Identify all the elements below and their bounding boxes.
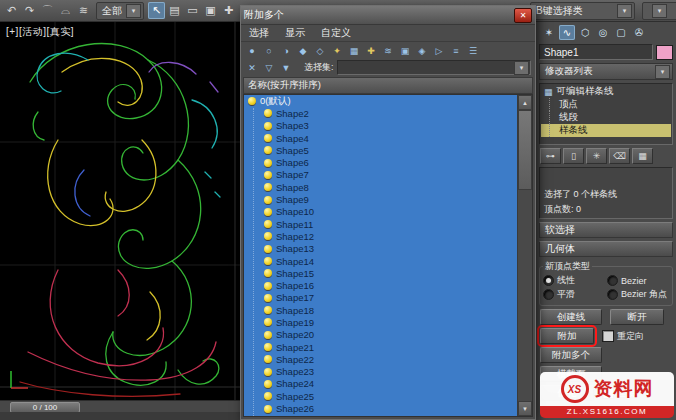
list-item[interactable]: Shape2 — [244, 107, 517, 119]
radio-smooth[interactable]: 平滑 — [543, 288, 605, 301]
attach-multiple-button[interactable]: 附加多个 — [540, 347, 602, 363]
menu-item[interactable]: 自定义 — [313, 26, 359, 40]
unlink-selection-icon[interactable]: ⌓ — [57, 2, 74, 19]
list-item[interactable]: Shape24 — [244, 378, 517, 390]
scrollbar-thumb[interactable] — [518, 110, 532, 190]
list-item-root[interactable]: 0(默认) — [244, 95, 517, 107]
create-line-button[interactable]: 创建线 — [540, 309, 602, 325]
display-lights-icon[interactable]: ✦ — [330, 44, 344, 58]
list-item[interactable]: Shape5 — [244, 144, 517, 156]
display-cameras-icon[interactable]: ▦ — [347, 44, 361, 58]
list-item[interactable]: Shape9 — [244, 193, 517, 205]
tab-motion[interactable]: ◎ — [595, 25, 611, 40]
list-sort-header[interactable]: 名称(按升序排序) — [243, 77, 533, 94]
attach-button[interactable]: 附加 — [540, 328, 594, 344]
list-item[interactable]: Shape4 — [244, 132, 517, 144]
rollout-soft-selection[interactable]: 软选择 — [539, 222, 673, 238]
break-button[interactable]: 断开 — [610, 309, 664, 325]
radio-linear[interactable]: 线性 — [543, 274, 605, 287]
list-item[interactable]: Shape14 — [244, 255, 517, 267]
display-helpers-icon[interactable]: ✚ — [364, 44, 378, 58]
filter-combinations-icon[interactable]: ▼ — [279, 61, 293, 75]
radio-bezier[interactable]: Bezier — [607, 274, 669, 287]
redo-icon[interactable]: ↷ — [21, 2, 38, 19]
stack-item-vertex[interactable]: 顶点 — [541, 98, 671, 111]
list-item[interactable]: Shape13 — [244, 243, 517, 255]
display-invert-icon[interactable]: ◑ — [279, 44, 293, 58]
stack-item-segment[interactable]: 线段 — [541, 111, 671, 124]
tab-create[interactable]: ✶ — [541, 25, 557, 40]
secondary-dropdown[interactable]: ▾ — [642, 2, 676, 20]
make-unique-icon[interactable]: ✳ — [586, 148, 607, 164]
filter-icon[interactable]: ▽ — [262, 61, 276, 75]
object-name-field[interactable]: Shape1 — [539, 44, 653, 60]
undo-icon[interactable]: ↶ — [3, 2, 20, 19]
named-selection-sets-dropdown[interactable]: B键选择类 ▾ — [530, 2, 635, 20]
list-item[interactable]: Shape18 — [244, 304, 517, 316]
menu-item[interactable]: 显示 — [277, 26, 313, 40]
select-object-icon[interactable]: ↖ — [148, 2, 165, 19]
display-space-warps-icon[interactable]: ≋ — [381, 44, 395, 58]
select-none-icon[interactable]: ✕ — [245, 61, 259, 75]
list-item[interactable]: Shape23 — [244, 366, 517, 378]
list-item[interactable]: Shape19 — [244, 316, 517, 328]
list-view-icon[interactable]: ≡ — [449, 44, 463, 58]
selection-set-dropdown[interactable]: ▾ — [337, 60, 531, 75]
list-item[interactable]: Shape8 — [244, 181, 517, 193]
selection-filter-dropdown[interactable]: 全部 ▾ — [96, 2, 144, 20]
select-by-name-icon[interactable]: ▤ — [166, 2, 183, 19]
select-and-link-icon[interactable]: ⌒ — [39, 2, 56, 19]
window-crossing-icon[interactable]: ▣ — [202, 2, 219, 19]
rectangular-selection-region-icon[interactable]: ▭ — [184, 2, 201, 19]
display-geometry-icon[interactable]: ◆ — [296, 44, 310, 58]
display-none-icon[interactable]: ○ — [262, 44, 276, 58]
list-item[interactable]: Shape10 — [244, 206, 517, 218]
list-item[interactable]: Shape16 — [244, 279, 517, 291]
list-item-label: Shape9 — [276, 194, 309, 205]
list-item[interactable]: Shape22 — [244, 353, 517, 365]
tab-modify[interactable]: ∿ — [559, 25, 575, 40]
display-all-icon[interactable]: ● — [245, 44, 259, 58]
bind-to-space-warp-icon[interactable]: ≋ — [75, 2, 92, 19]
remove-modifier-icon[interactable]: ⌫ — [609, 148, 630, 164]
list-item[interactable]: Shape27 — [244, 415, 517, 416]
menu-item[interactable]: 选择 — [241, 26, 277, 40]
object-color-swatch[interactable] — [656, 45, 673, 60]
list-item[interactable]: Shape26 — [244, 402, 517, 414]
list-item[interactable]: Shape17 — [244, 292, 517, 304]
tree-view-icon[interactable]: ☰ — [466, 44, 480, 58]
list-item[interactable]: Shape6 — [244, 156, 517, 168]
stack-item-spline[interactable]: 样条线 — [541, 124, 671, 137]
list-scrollbar[interactable]: ▲ ▼ — [517, 95, 532, 416]
display-groups-icon[interactable]: ▣ — [398, 44, 412, 58]
display-xrefs-icon[interactable]: ◈ — [415, 44, 429, 58]
list-item[interactable]: Shape12 — [244, 230, 517, 242]
tab-display[interactable]: ▢ — [613, 25, 629, 40]
tab-hierarchy[interactable]: ⬡ — [577, 25, 593, 40]
modifier-list-dropdown[interactable]: 修改器列表 ▾ — [539, 63, 673, 80]
list-item[interactable]: Shape15 — [244, 267, 517, 279]
dialog-titlebar[interactable]: 附加多个 ✕ — [241, 6, 535, 25]
list-item[interactable]: Shape20 — [244, 329, 517, 341]
list-item[interactable]: Shape11 — [244, 218, 517, 230]
rollout-geometry[interactable]: 几何体 — [539, 241, 673, 257]
radio-bezier-corner[interactable]: Bezier 角点 — [607, 288, 669, 301]
display-bones-icon[interactable]: ▷ — [432, 44, 446, 58]
list-item[interactable]: Shape25 — [244, 390, 517, 402]
list-item[interactable]: Shape21 — [244, 341, 517, 353]
close-icon[interactable]: ✕ — [514, 8, 532, 23]
pin-stack-icon[interactable]: ⊶ — [540, 148, 561, 164]
show-end-result-icon[interactable]: ▯ — [563, 148, 584, 164]
select-and-move-icon[interactable]: ✚ — [220, 2, 237, 19]
stack-item-editable-spline[interactable]: ▦ 可编辑样条线 — [541, 85, 671, 98]
tab-utilities[interactable]: ✇ — [631, 25, 647, 40]
reorient-checkbox[interactable]: 重定向 — [602, 330, 644, 343]
display-shapes-icon[interactable]: ◇ — [313, 44, 327, 58]
scroll-down-icon[interactable]: ▼ — [518, 401, 532, 416]
scrollbar-track[interactable] — [518, 110, 532, 401]
scroll-up-icon[interactable]: ▲ — [518, 95, 532, 110]
list-item[interactable]: Shape7 — [244, 169, 517, 181]
viewport-label[interactable]: [+][活动][真实] — [6, 25, 74, 39]
list-item[interactable]: Shape3 — [244, 120, 517, 132]
configure-modifier-sets-icon[interactable]: ▦ — [632, 148, 653, 164]
